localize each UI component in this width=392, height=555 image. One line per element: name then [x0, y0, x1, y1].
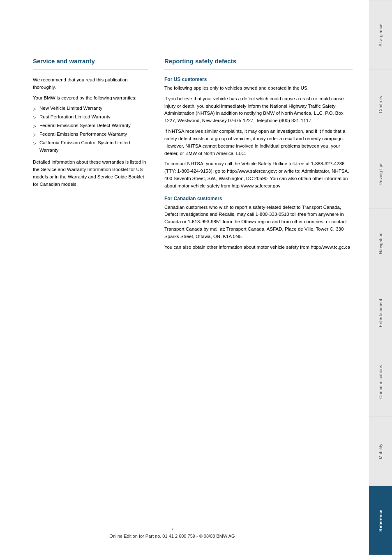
bullet-icon: ▷	[33, 114, 36, 121]
main-content: Service and warranty We recommend that y…	[0, 0, 369, 555]
service-warranty-title: Service and warranty	[33, 58, 148, 65]
canadian-customers-subtitle: For Canadian customers	[164, 196, 353, 201]
tab-at-a-glance[interactable]: At a glance	[369, 0, 392, 69]
left-column: Service and warranty We recommend that y…	[33, 58, 148, 254]
bullet-icon: ▷	[33, 106, 36, 112]
footer: 7 Online Edition for Part no. 01 41 2 60…	[0, 527, 344, 539]
list-item: ▷ Rust Perforation Limited Warranty	[33, 113, 148, 121]
two-column-layout: Service and warranty We recommend that y…	[33, 58, 353, 254]
list-item: ▷ New Vehicle Limited Warranty	[33, 105, 148, 112]
bullet-icon: ▷	[33, 132, 36, 138]
tab-label: Navigation	[378, 232, 383, 254]
list-item-text: New Vehicle Limited Warranty	[39, 105, 102, 112]
tab-navigation[interactable]: Navigation	[369, 208, 392, 278]
tab-label: Communications	[378, 365, 383, 399]
tab-driving-tips[interactable]: Driving tips	[369, 139, 392, 208]
page-number: 7	[0, 527, 344, 532]
tab-communications[interactable]: Communications	[369, 347, 392, 416]
service-closing: Detailed information about these warrant…	[33, 159, 148, 188]
warranty-list: ▷ New Vehicle Limited Warranty ▷ Rust Pe…	[33, 105, 148, 154]
list-item: ▷ Federal Emissions System Defect Warran…	[33, 122, 148, 130]
sidebar-tabs: At a glance Controls Driving tips Naviga…	[369, 0, 392, 555]
list-item-text: Federal Emissions System Defect Warranty	[39, 122, 131, 130]
tab-label: Mobility	[378, 444, 383, 459]
right-column: Reporting safety defects For US customer…	[164, 58, 353, 254]
us-para-4: To contact NHTSA, you may call the Vehic…	[164, 160, 353, 190]
service-intro-2: Your BMW is covered by the following war…	[33, 95, 148, 102]
reporting-safety-title: Reporting safety defects	[164, 58, 353, 65]
list-item-text: Federal Emissions Performance Warranty	[39, 131, 127, 138]
tab-label: Controls	[378, 96, 383, 113]
bullet-icon: ▷	[33, 123, 36, 130]
list-item: ▷ Federal Emissions Performance Warranty	[33, 131, 148, 138]
tab-label: Reference	[378, 509, 383, 531]
us-para-1: The following applies only to vehicles o…	[164, 85, 353, 92]
footer-text: Online Edition for Part no. 01 41 2 600 …	[0, 534, 344, 539]
list-item-text: California Emission Control System Limit…	[39, 139, 148, 154]
tab-mobility[interactable]: Mobility	[369, 416, 392, 486]
canadian-para-2: You can also obtain other information ab…	[164, 244, 353, 251]
list-item: ▷ California Emission Control System Lim…	[33, 139, 148, 154]
us-para-2: If you believe that your vehicle has a d…	[164, 95, 353, 125]
tab-label: Entertainment	[378, 298, 383, 327]
tab-label: At a glance	[378, 23, 383, 46]
canadian-para-1: Canadian customers who wish to report a …	[164, 204, 353, 240]
list-item-text: Rust Perforation Limited Warranty	[39, 113, 111, 121]
tab-entertainment[interactable]: Entertainment	[369, 278, 392, 347]
tab-label: Driving tips	[378, 162, 383, 185]
us-customers-subtitle: For US customers	[164, 76, 353, 82]
service-intro-1: We recommend that you read this publicat…	[33, 76, 148, 91]
tab-controls[interactable]: Controls	[369, 69, 392, 139]
tab-reference[interactable]: Reference	[369, 486, 392, 555]
us-para-3: If NHTSA receives similar complaints, it…	[164, 128, 353, 157]
bullet-icon: ▷	[33, 140, 36, 147]
page-wrapper: Service and warranty We recommend that y…	[0, 0, 392, 555]
